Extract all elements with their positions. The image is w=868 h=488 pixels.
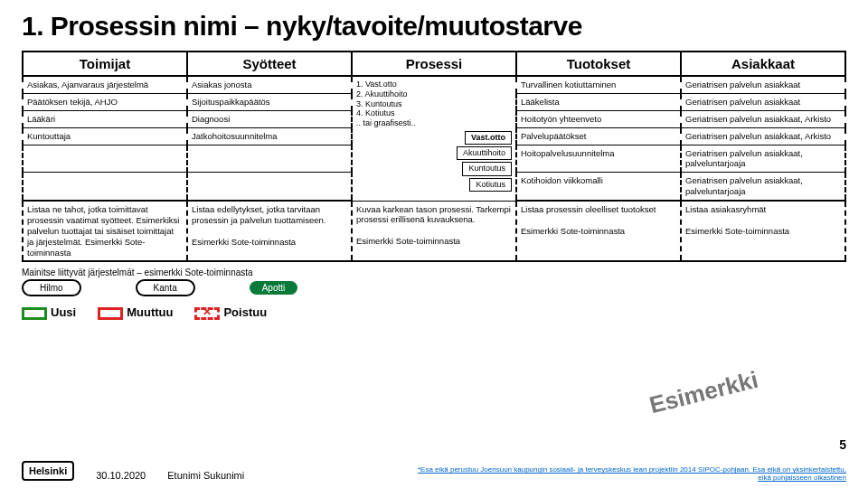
process-box: Kuntoutus: [462, 162, 512, 175]
legend-new: Uusi: [51, 305, 76, 319]
legend-change: Muuttuu: [127, 305, 173, 319]
cell: Lääkelista: [516, 93, 681, 110]
cell: Diagnoosi: [187, 110, 352, 127]
cell: Geriatrisen palvelun asiakkaat, Arkisto: [681, 110, 845, 127]
system-hilmo: Hilmo: [22, 279, 81, 296]
desc-tuotokset: Listaa prosessin oleelliset tuotokset Es…: [516, 201, 681, 261]
cell: Geriatrisen palvelun asiakkaat: [681, 76, 845, 93]
system-kanta: Kanta: [136, 279, 195, 296]
cell: Asiakas, Ajanvaraus järjestelmä: [23, 76, 187, 93]
desc-syotteet: Listaa edellytykset, jotka tarvitaan pro…: [187, 201, 352, 261]
desc-toimijat: Listaa ne tahot, jotka toimittavat prose…: [23, 201, 187, 261]
th-syotteet: Syötteet: [187, 52, 352, 76]
cell: [23, 173, 187, 201]
cell: Sijoituspaikkapäätös: [187, 93, 352, 110]
page-number: 5: [839, 437, 846, 452]
legend: Uusi Muuttuu Poistuu: [22, 305, 846, 320]
swatch-change: [98, 307, 123, 320]
systems-label: Mainitse liittyvät järjestelmät – esimer…: [22, 267, 846, 277]
footer-author: Etunimi Sukunimi: [167, 470, 244, 481]
page-title: 1. Prosessin nimi – nyky/tavoite/muutost…: [22, 11, 846, 42]
example-stamp: Esimerkki: [646, 366, 761, 420]
process-box: Vast.otto: [465, 131, 512, 145]
cell: Hoitotyön yhteenveto: [516, 110, 681, 127]
cell: Lääkäri: [23, 110, 187, 127]
desc-prosessi: Kuvaa karkean tason prosessi. Tarkempi p…: [352, 201, 516, 261]
cell: [23, 145, 187, 173]
systems-row: Mainitse liittyvät järjestelmät – esimer…: [22, 267, 846, 296]
th-tuotokset: Tuotokset: [516, 52, 681, 76]
cell: Kuntouttaja: [23, 127, 187, 145]
cell: Geriatrisen palvelun asiakkaat, palvelun…: [681, 145, 845, 173]
helsinki-logo: Helsinki: [22, 461, 74, 481]
system-apotti: Apotti: [250, 281, 298, 295]
process-cell: 1. Vast.otto 2. Akuuttihoito 3. Kuntoutu…: [352, 76, 516, 201]
cell: Asiakas jonosta: [187, 76, 352, 93]
footer-date: 30.10.2020: [96, 470, 146, 481]
cell: Geriatrisen palvelun asiakkaat: [681, 93, 845, 110]
swatch-new: [22, 307, 47, 320]
cell: Geriatrisen palvelun asiakkaat, Arkisto: [681, 127, 845, 145]
cell: Jatkohoitosuunnitelma: [187, 127, 352, 145]
th-prosessi: Prosessi: [352, 52, 516, 76]
cell: Geriatrisen palvelun asiakkaat, palvelun…: [681, 173, 845, 201]
sipoc-table: Toimijat Syötteet Prosessi Tuotokset Asi…: [22, 51, 846, 262]
cell: Turvallinen kotiuttaminen: [516, 76, 681, 93]
cell: [187, 173, 352, 201]
cell: Palvelupäätökset: [516, 127, 681, 145]
cell: Hoitopalvelusuunnitelma: [516, 145, 681, 173]
process-box: Kotiutus: [469, 178, 512, 192]
th-toimijat: Toimijat: [23, 52, 187, 76]
th-asiakkaat: Asiakkaat: [681, 52, 845, 76]
legend-remove: Poistuu: [223, 305, 267, 319]
cell: [187, 145, 352, 173]
process-box: Akuuttihoito: [457, 146, 512, 160]
cell: Kotihoidon viikkomalli: [516, 173, 681, 201]
desc-asiakkaat: Listaa asiakasryhmät Esimerkki Sote-toim…: [681, 201, 845, 261]
swatch-remove: [194, 307, 220, 320]
cell: Päätöksen tekijä, AHJO: [23, 93, 187, 110]
process-list: 1. Vast.otto 2. Akuuttihoito 3. Kuntoutu…: [356, 80, 512, 128]
footnote: *Esa eikä perustuu Joensuun kaupungin so…: [412, 466, 846, 483]
